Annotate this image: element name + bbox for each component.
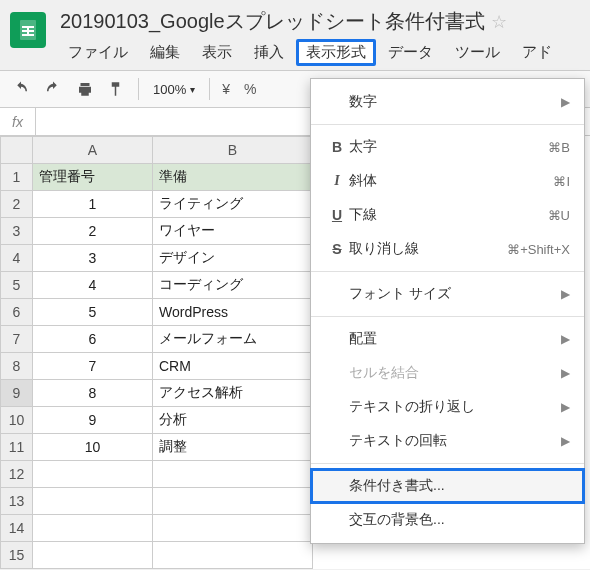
cell[interactable]: 8 [33, 380, 153, 407]
column-header-A[interactable]: A [33, 137, 153, 164]
cell[interactable]: 3 [33, 245, 153, 272]
row-header[interactable]: 2 [1, 191, 33, 218]
percent-button[interactable]: % [238, 81, 262, 97]
menu-data[interactable]: データ [378, 39, 443, 66]
menu-bold[interactable]: B 太字 ⌘B [311, 130, 584, 164]
chevron-right-icon: ▶ [561, 287, 570, 301]
underline-icon: U [325, 207, 349, 223]
cell[interactable]: CRM [153, 353, 313, 380]
menu-edit[interactable]: 編集 [140, 39, 190, 66]
column-header-B[interactable]: B [153, 137, 313, 164]
menubar: ファイル 編集 表示 挿入 表示形式 データ ツール アド [58, 37, 562, 70]
row-header[interactable]: 8 [1, 353, 33, 380]
italic-icon: I [325, 173, 349, 189]
menu-strikethrough[interactable]: S 取り消し線 ⌘+Shift+X [311, 232, 584, 266]
menu-format[interactable]: 表示形式 [296, 39, 376, 66]
cell[interactable]: デザイン [153, 245, 313, 272]
chevron-right-icon: ▶ [561, 332, 570, 346]
menu-merge-cells: セルを結合▶ [311, 356, 584, 390]
cell[interactable]: ワイヤー [153, 218, 313, 245]
cell[interactable]: 調整 [153, 434, 313, 461]
cell[interactable]: 分析 [153, 407, 313, 434]
zoom-select[interactable]: 100%▾ [145, 82, 203, 97]
menu-number[interactable]: 数字▶ [311, 85, 584, 119]
svg-rect-4 [27, 26, 29, 36]
redo-button[interactable] [38, 74, 68, 104]
cell[interactable] [33, 542, 153, 569]
cell[interactable]: 7 [33, 353, 153, 380]
cell[interactable] [33, 461, 153, 488]
undo-button[interactable] [6, 74, 36, 104]
bold-icon: B [325, 139, 349, 155]
row-header[interactable]: 12 [1, 461, 33, 488]
cell[interactable]: 10 [33, 434, 153, 461]
row-header[interactable]: 9 [1, 380, 33, 407]
row-header[interactable]: 14 [1, 515, 33, 542]
cell[interactable] [153, 515, 313, 542]
menu-tools[interactable]: ツール [445, 39, 510, 66]
sheets-app-icon [10, 12, 46, 48]
row-header[interactable]: 5 [1, 272, 33, 299]
star-icon[interactable]: ☆ [491, 11, 507, 33]
menu-view[interactable]: 表示 [192, 39, 242, 66]
row-header[interactable]: 4 [1, 245, 33, 272]
chevron-right-icon: ▶ [561, 366, 570, 380]
menu-file[interactable]: ファイル [58, 39, 138, 66]
cell[interactable]: メールフォーム [153, 326, 313, 353]
select-all-corner[interactable] [1, 137, 33, 164]
cell[interactable] [153, 488, 313, 515]
menu-text-wrap[interactable]: テキストの折り返し▶ [311, 390, 584, 424]
chevron-right-icon: ▶ [561, 434, 570, 448]
cell[interactable]: 4 [33, 272, 153, 299]
row-header[interactable]: 15 [1, 542, 33, 569]
menu-text-rotate[interactable]: テキストの回転▶ [311, 424, 584, 458]
format-menu-dropdown: 数字▶ B 太字 ⌘B I 斜体 ⌘I U 下線 ⌘U S 取り消し線 ⌘+Sh… [310, 78, 585, 544]
cell[interactable]: 1 [33, 191, 153, 218]
cell[interactable]: 準備 [153, 164, 313, 191]
row-header[interactable]: 11 [1, 434, 33, 461]
cell[interactable]: ライティング [153, 191, 313, 218]
fx-label: fx [0, 108, 36, 135]
cell[interactable] [33, 515, 153, 542]
cell[interactable] [153, 542, 313, 569]
cell[interactable]: WordPress [153, 299, 313, 326]
menu-conditional-formatting[interactable]: 条件付き書式... [311, 469, 584, 503]
spreadsheet-grid[interactable]: A B 1 管理番号 準備 21ライティング32ワイヤー43デザイン54コーディ… [0, 136, 313, 569]
cell[interactable]: 5 [33, 299, 153, 326]
row-header[interactable]: 13 [1, 488, 33, 515]
cell[interactable]: 管理番号 [33, 164, 153, 191]
cell[interactable]: コーディング [153, 272, 313, 299]
document-title[interactable]: 20190103_Googleスプレッドシート条件付書式 [58, 6, 487, 37]
menu-italic[interactable]: I 斜体 ⌘I [311, 164, 584, 198]
chevron-right-icon: ▶ [561, 400, 570, 414]
paint-format-button[interactable] [102, 74, 132, 104]
cell[interactable] [33, 488, 153, 515]
menu-font-size[interactable]: フォント サイズ▶ [311, 277, 584, 311]
chevron-right-icon: ▶ [561, 95, 570, 109]
menu-underline[interactable]: U 下線 ⌘U [311, 198, 584, 232]
menu-alternating-colors[interactable]: 交互の背景色... [311, 503, 584, 537]
cell[interactable]: 9 [33, 407, 153, 434]
cell[interactable]: 6 [33, 326, 153, 353]
cell[interactable]: 2 [33, 218, 153, 245]
row-header[interactable]: 3 [1, 218, 33, 245]
print-button[interactable] [70, 74, 100, 104]
menu-addons[interactable]: アド [512, 39, 562, 66]
currency-button[interactable]: ¥ [216, 81, 236, 97]
chevron-down-icon: ▾ [190, 84, 195, 95]
strikethrough-icon: S [325, 241, 349, 257]
menu-insert[interactable]: 挿入 [244, 39, 294, 66]
cell[interactable]: アクセス解析 [153, 380, 313, 407]
menu-align[interactable]: 配置▶ [311, 322, 584, 356]
row-header[interactable]: 10 [1, 407, 33, 434]
row-header[interactable]: 6 [1, 299, 33, 326]
cell[interactable] [153, 461, 313, 488]
row-header[interactable]: 7 [1, 326, 33, 353]
row-header[interactable]: 1 [1, 164, 33, 191]
